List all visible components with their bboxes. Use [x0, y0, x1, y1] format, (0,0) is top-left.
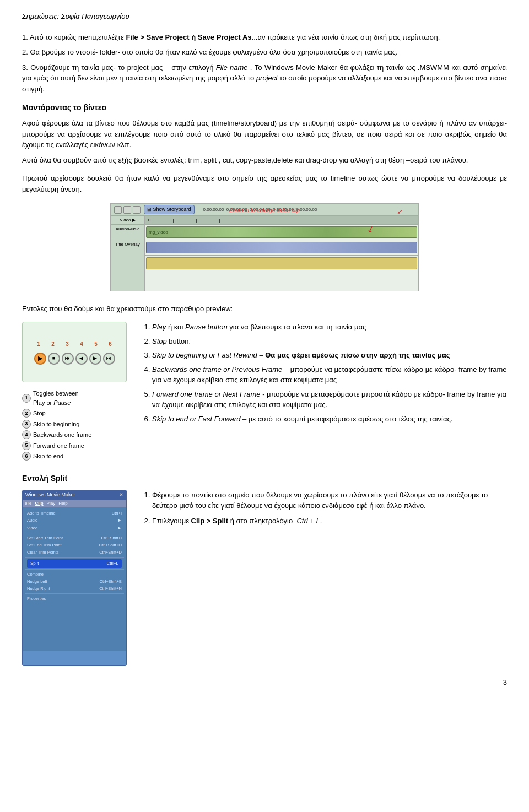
label-text-5: Forward one frame: [33, 441, 84, 451]
page-number: 3: [22, 677, 507, 688]
label-title: Title Overlay: [111, 240, 144, 256]
split-image: Windows Movie Maker ✕ eile Clip Play Hel…: [22, 490, 127, 666]
number-labels-row: 1 2 3 4 5 6: [33, 340, 116, 348]
num-label-4: 4: [75, 340, 88, 348]
num-circle-4: 4: [22, 430, 31, 439]
montage-section: Μοντάροντας το βίντεο Αφού φέρουμε όλα τ…: [22, 102, 507, 165]
entry-label-nudge-left: Nudge Left: [27, 578, 47, 584]
timeline-inner: ⊞ Show Storyboard 0:00:00.00 0:00:02.00 …: [111, 204, 418, 291]
split-titlebar: Windows Movie Maker ✕: [23, 490, 126, 500]
entry-shortcut-end-trim: Ctrl+Shift+O: [99, 542, 122, 548]
title-track-row: [145, 256, 418, 271]
split-shortcut: Ctrl+L: [106, 560, 118, 567]
preview-section: 1 2 3 4 5 6 ▶ ■ ⏮ ◀ ▶ ⏭: [22, 322, 507, 463]
preview-item-3-italic: Skip to beginning or Fast Rewind: [152, 351, 257, 359]
storyboard-btn[interactable]: ⊞ Show Storyboard: [144, 205, 195, 215]
entry-shortcut-nudge-left: Ctrl+Shift+B: [100, 578, 122, 584]
buttons-container: 1 2 3 4 5 6 ▶ ■ ⏮ ◀ ▶ ⏭: [33, 340, 116, 365]
menu-entry-audio: Audio ►: [25, 517, 124, 524]
num-label-row-1: 1 Toggles betweenPlay or Pause: [22, 389, 132, 407]
menu-entry-clear-trim: Clear Trim Points Ctrl+Shift+D: [25, 549, 124, 556]
num-label-row-5: 5 Forward one frame: [22, 441, 132, 451]
menu-item-file[interactable]: eile: [25, 500, 31, 507]
num-label-6: 6: [104, 340, 116, 348]
split-left: Windows Movie Maker ✕ eile Clip Play Hel…: [22, 490, 132, 666]
video-track-row: mg_video: [145, 225, 418, 240]
label-video: Video ▶: [111, 216, 144, 225]
num-label-5: 5: [90, 340, 102, 348]
menu-entry-nudge-right: Nudge Right Ctrl+Shift+N: [25, 585, 124, 592]
ctrl-btn-2: [123, 206, 131, 214]
preview-item-1-italic2: Pause button: [185, 323, 228, 331]
prev-frame-btn[interactable]: ◀: [75, 353, 88, 365]
divider-2: [25, 557, 124, 558]
entry-shortcut-nudge-right: Ctrl+Shift+N: [99, 586, 122, 592]
header-title: Σημειώσεις: Σοφία Παπαγεωργίου: [22, 12, 129, 20]
play-pause-btn[interactable]: ▶: [34, 353, 46, 365]
zoom-label: Zoom in to enlarge video clip: [191, 206, 339, 214]
split-list: Φέρουμε το ποντίκι στο σημείο που θέλουμ…: [152, 490, 507, 527]
ctrl-btn-1: [114, 206, 122, 214]
preview-right: Play ή και Pause button για να βλέπουμε …: [143, 322, 507, 463]
intro-item1-prefix: 1. Από το κυριώς menu,επιλέξτε: [22, 33, 126, 41]
split-window-title: Windows Movie Maker: [25, 491, 75, 499]
num-label-1: 1: [33, 340, 45, 348]
entry-label-start-trim: Set Start Trim Point: [27, 535, 63, 541]
intro-section: 1. Από το κυριώς menu,επιλέξτε File > Sa…: [22, 32, 507, 95]
montage-title: Μοντάροντας το βίντεο: [22, 102, 507, 113]
entry-label-audio: Audio: [27, 517, 37, 523]
preview-left: 1 2 3 4 5 6 ▶ ■ ⏮ ◀ ▶ ⏭: [22, 322, 132, 463]
split-content: Windows Movie Maker ✕ eile Clip Play Hel…: [22, 490, 507, 666]
label-text-3: Skip to beginning: [33, 420, 79, 429]
preview-item-6: Skip to end or Fast Forward – με αυτό το…: [152, 414, 507, 425]
num-label-row-3: 3 Skip to beginning: [22, 420, 132, 429]
preview-item-1-italic: Play: [152, 323, 166, 331]
menu-item-play[interactable]: Play: [47, 500, 56, 507]
num-circle-1: 1: [22, 394, 31, 403]
split-menubar: eile Clip Play Help: [23, 500, 126, 507]
preview-numbered-labels: 1 Toggles betweenPlay or Pause 2 Stop 3 …: [22, 389, 132, 461]
rewind-btn[interactable]: ⏮: [62, 353, 74, 365]
stop-btn[interactable]: ■: [48, 353, 60, 365]
preview-title-section: Εντολές που θα δούμε και θα χρειαστούμε …: [22, 304, 507, 315]
menu-entry-nudge-left: Nudge Left Ctrl+Shift+B: [25, 578, 124, 585]
menu-item-clip[interactable]: Clip: [35, 500, 43, 507]
divider-3: [25, 569, 124, 570]
fast-fwd-btn[interactable]: ⏭: [103, 353, 115, 365]
intro-item3: 3. Ονομάζουμε τη ταινία μας- το project …: [22, 62, 507, 95]
intro-item3-prefix: 3. Ονομάζουμε τη ταινία μας- το project …: [22, 63, 216, 72]
label-text-6: Skip to end: [33, 452, 63, 461]
preview-list: Play ή και Pause button για να βλέπουμε …: [152, 322, 507, 424]
menu-entry-properties: Properties: [25, 595, 124, 602]
montage-paragraph3-section: Πρωτού αρχίσουμε δουλειά θα ήταν καλό να…: [22, 173, 507, 194]
preview-buttons-image: 1 2 3 4 5 6 ▶ ■ ⏮ ◀ ▶ ⏭: [22, 322, 127, 382]
num-label-row-4: 4 Backwards one frame: [22, 430, 132, 440]
buttons-row: ▶ ■ ⏮ ◀ ▶ ⏭: [34, 353, 115, 365]
menu-item-help[interactable]: Help: [58, 500, 67, 507]
split-highlight-entry[interactable]: Split Ctrl+L: [27, 559, 122, 568]
timeline-ruler: 0|||: [145, 216, 418, 225]
preview-item-5-italic: Forward one frame or Next Frame: [152, 390, 261, 398]
entry-arrow-audio: ►: [118, 517, 122, 523]
num-label-row-6: 6 Skip to end: [22, 452, 132, 461]
num-label-row-2: 2 Stop: [22, 409, 132, 418]
preview-item-3: Skip to beginning or Fast Rewind – Θα μα…: [152, 350, 507, 361]
montage-paragraph1: Αφού φέρουμε όλα τα βίντεο που θέλουμε σ…: [22, 118, 507, 150]
intro-item3-italic2: project: [256, 74, 278, 82]
intro-item3-italic: File name: [216, 63, 248, 72]
montage-paragraph2: Αυτά όλα θα συμβούν από τις εξής βασικές…: [22, 155, 507, 166]
split-section: Εντολή Split Windows Movie Maker ✕ eile …: [22, 473, 507, 666]
intro-item1-suffix: ...αν πρόκειτε για νέα ταινία όπως στη δ…: [252, 33, 440, 41]
zoom-arrow: ↙: [397, 207, 402, 216]
split-close-btn[interactable]: ✕: [119, 491, 123, 499]
preview-item-3-bold: Θα μας φέρει αμέσως πίσω στην αρχή της τ…: [265, 351, 450, 359]
label-text-1: Toggles betweenPlay or Pause: [33, 389, 79, 407]
entry-label-nudge-right: Nudge Right: [27, 586, 50, 592]
divider-4: [25, 593, 124, 594]
ctrl-l-italic: Ctrl + L: [296, 517, 320, 525]
entry-label-combine: Combine: [27, 571, 44, 577]
next-frame-btn[interactable]: ▶: [89, 353, 101, 365]
entry-shortcut-clear-trim: Ctrl+Shift+D: [99, 549, 122, 555]
preview-item-6-italic: Skip to end or Fast Forward: [152, 415, 240, 423]
entry-shortcut-add: Ctrl+I: [112, 510, 122, 516]
